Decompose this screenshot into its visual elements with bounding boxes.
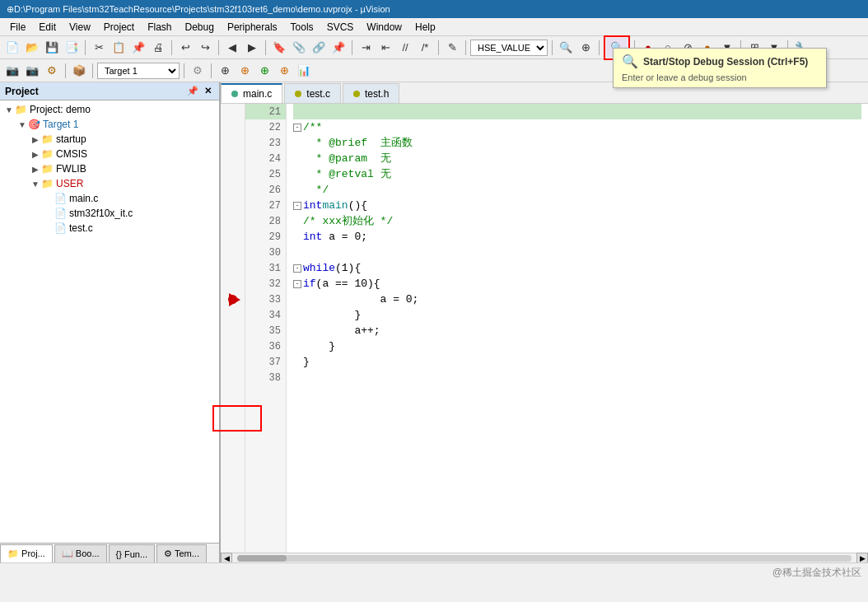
- tree-node-main-c[interactable]: 📄main.c: [0, 191, 219, 206]
- undo-btn[interactable]: ↩: [176, 39, 194, 57]
- menu-item-view[interactable]: View: [63, 20, 97, 35]
- editor-tab-main-c[interactable]: main.c: [221, 83, 282, 103]
- sep5: [352, 40, 352, 55]
- sidebar-tab-proj---[interactable]: 📁 Proj...: [0, 544, 53, 562]
- fwd-btn[interactable]: ▶: [243, 39, 261, 57]
- bp-cell-30[interactable]: [221, 245, 245, 260]
- tb2-dbg5[interactable]: 📊: [295, 62, 313, 80]
- tree-node-cmsis[interactable]: ▶📁CMSIS: [0, 147, 219, 161]
- tree-node-fwlib[interactable]: ▶📁FWLIB: [0, 161, 219, 176]
- bp-cell-27[interactable]: [221, 198, 245, 213]
- tb2-dbg1[interactable]: ⊕: [216, 62, 234, 80]
- save-btn[interactable]: 💾: [43, 39, 61, 57]
- sidebar-tab-fun---[interactable]: {} Fun...: [109, 544, 156, 562]
- bp-cell-25[interactable]: [221, 166, 245, 182]
- h-scrollbar-track[interactable]: [237, 555, 852, 562]
- menu-item-help[interactable]: Help: [408, 20, 442, 35]
- bp-cell-22[interactable]: [221, 119, 245, 135]
- tb2-dbg2[interactable]: ⊕: [236, 62, 254, 80]
- menu-item-project[interactable]: Project: [97, 20, 141, 35]
- scroll-right-btn[interactable]: ▶: [856, 553, 868, 563]
- tb2-btn3[interactable]: ⚙: [43, 62, 61, 80]
- menu-item-file[interactable]: File: [3, 20, 32, 35]
- editor-tab-test-h[interactable]: test.h: [343, 83, 399, 103]
- tb2-btn2[interactable]: 📷: [23, 62, 41, 80]
- uncomment-btn[interactable]: /*: [416, 39, 434, 57]
- bp-cell-28[interactable]: [221, 213, 245, 229]
- comment-btn[interactable]: //: [396, 39, 414, 57]
- bp-cell-35[interactable]: [221, 323, 245, 338]
- menu-item-svcs[interactable]: SVCS: [320, 20, 361, 35]
- save-all-btn[interactable]: 📑: [63, 39, 81, 57]
- copy-btn[interactable]: 📋: [110, 39, 128, 57]
- tb2-dbg4[interactable]: ⊕: [275, 62, 293, 80]
- search-btn[interactable]: 🔍: [557, 39, 575, 57]
- redo-btn[interactable]: ↪: [196, 39, 214, 57]
- menu-item-peripherals[interactable]: Peripherals: [221, 20, 284, 35]
- bookmark4-btn[interactable]: 📌: [329, 39, 348, 57]
- bookmark2-btn[interactable]: 📎: [290, 39, 308, 57]
- tree-node-project--demo[interactable]: ▼📁Project: demo: [0, 102, 219, 117]
- bp-cell-36[interactable]: [221, 338, 245, 354]
- cut-btn[interactable]: ✂: [90, 39, 108, 57]
- bp-cell-21[interactable]: [221, 104, 245, 119]
- new-btn[interactable]: 📄: [3, 39, 21, 57]
- tree-node-target-1[interactable]: ▼🎯Target 1: [0, 117, 219, 132]
- sidebar-pin-btn[interactable]: 📌: [186, 85, 199, 98]
- bp-cell-33[interactable]: [221, 292, 245, 307]
- tree-node-test-c[interactable]: 📄test.c: [0, 221, 219, 236]
- tree-node-stm32f10x-it-c[interactable]: 📄stm32f10x_it.c: [0, 206, 219, 221]
- search2-btn[interactable]: ⊕: [576, 39, 595, 57]
- bp-cell-31[interactable]: [221, 260, 245, 276]
- tb2-dbg3[interactable]: ⊕: [255, 62, 273, 80]
- bp-cell-26[interactable]: [221, 182, 245, 198]
- sep1: [85, 40, 86, 55]
- code-editor[interactable]: 212223242526272829303132333435363738 -/*…: [221, 104, 868, 553]
- bp-cell-37[interactable]: [221, 354, 245, 370]
- scroll-left-btn[interactable]: ◀: [221, 553, 232, 563]
- bp-cell-32[interactable]: [221, 276, 245, 292]
- editor-tab-test-c[interactable]: test.c: [284, 83, 341, 103]
- bp-cell-34[interactable]: [221, 307, 245, 323]
- sidebar-tab-tem---[interactable]: ⚙ Tem...: [156, 544, 207, 562]
- bookmark3-btn[interactable]: 🔗: [310, 39, 328, 57]
- tb2-btn1[interactable]: 📷: [3, 62, 21, 80]
- menu-item-debug[interactable]: Debug: [179, 20, 221, 35]
- menu-item-flash[interactable]: Flash: [141, 20, 178, 35]
- line-numbers: 212223242526272829303132333435363738: [245, 104, 287, 553]
- paste-btn[interactable]: 📌: [129, 39, 147, 57]
- target-select[interactable]: Target 1: [97, 63, 180, 79]
- bp-cell-38[interactable]: [221, 370, 245, 385]
- indent-btn[interactable]: ⇥: [357, 39, 375, 57]
- bp-cell-29[interactable]: [221, 229, 245, 245]
- sidebar-tab-boo---[interactable]: 📖 Boo...: [54, 544, 107, 562]
- tree-node-user[interactable]: ▼📁USER: [0, 176, 219, 191]
- menu-item-window[interactable]: Window: [360, 20, 408, 35]
- fold-marker-27[interactable]: -: [293, 202, 301, 210]
- sep7: [465, 40, 466, 55]
- code-line-37: }: [293, 354, 861, 370]
- h-scrollbar[interactable]: ◀ ▶: [221, 553, 868, 562]
- tree-icon-fwlib: 📁: [41, 163, 54, 175]
- bookmark1-btn[interactable]: 🔖: [270, 39, 288, 57]
- menu-item-tools[interactable]: Tools: [284, 20, 320, 35]
- tree-node-startup[interactable]: ▶📁startup: [0, 132, 219, 147]
- fold-marker-31[interactable]: -: [293, 264, 301, 273]
- tsep2: [92, 63, 93, 78]
- sidebar-close-btn[interactable]: ✕: [201, 85, 214, 98]
- back-btn[interactable]: ◀: [223, 39, 241, 57]
- tb2-build[interactable]: ⚙: [189, 62, 207, 80]
- code-content[interactable]: -/** * @brief 主函数 * @param 无 * @retval 无…: [287, 104, 868, 553]
- print-btn[interactable]: 🖨: [149, 39, 167, 57]
- open-btn[interactable]: 📂: [23, 39, 41, 57]
- fold-marker-22[interactable]: -: [293, 124, 301, 132]
- bp-cell-23[interactable]: [221, 135, 245, 151]
- fold-marker-32[interactable]: -: [293, 280, 301, 288]
- bp-cell-24[interactable]: [221, 151, 245, 166]
- tb2-btn4[interactable]: 📦: [70, 62, 88, 80]
- menu-item-edit[interactable]: Edit: [32, 20, 63, 35]
- outdent-btn[interactable]: ⇤: [376, 39, 394, 57]
- hse-value-dropdown[interactable]: HSE_VALUE: [470, 40, 548, 56]
- insert-btn[interactable]: ✎: [443, 39, 461, 57]
- h-scrollbar-thumb[interactable]: [237, 555, 287, 562]
